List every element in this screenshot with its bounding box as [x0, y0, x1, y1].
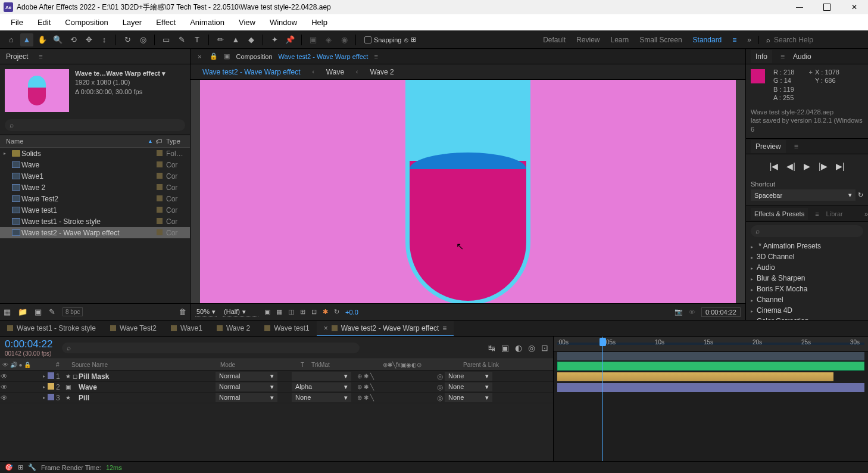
- asset-row[interactable]: Wave1Cor: [0, 170, 190, 182]
- search-help-input[interactable]: [774, 36, 863, 44]
- col-name[interactable]: Name: [6, 138, 148, 145]
- play-icon[interactable]: ▶: [804, 161, 810, 171]
- preview-tab[interactable]: Preview: [751, 140, 786, 153]
- snapping-checkbox[interactable]: [364, 36, 371, 43]
- timeline-tab[interactable]: Wave test1 - Stroke style: [0, 321, 103, 335]
- layer-bar-2[interactable]: [557, 372, 833, 381]
- chevron-left-icon[interactable]: ‹: [313, 69, 314, 75]
- guide-icon[interactable]: ⊡: [311, 308, 317, 316]
- roto-tool-icon[interactable]: ✦: [268, 33, 281, 46]
- asset-row[interactable]: Wave test1Cor: [0, 204, 190, 216]
- asset-row[interactable]: ▸SolidsFol…: [0, 148, 190, 159]
- snap-opt-icon[interactable]: ⎋: [404, 36, 408, 43]
- comp-flowchart-icon[interactable]: ↹: [488, 343, 495, 353]
- hand-tool-icon[interactable]: ✋: [36, 33, 49, 46]
- ws-learn[interactable]: Learn: [611, 36, 629, 44]
- chevron-left-icon[interactable]: ‹: [356, 69, 358, 75]
- asset-row[interactable]: Wave Test2Cor: [0, 193, 190, 204]
- shortcut-dropdown[interactable]: Spacebar▾: [751, 189, 855, 201]
- region-icon[interactable]: ◫: [288, 308, 294, 316]
- menu-animation[interactable]: Animation: [183, 15, 232, 29]
- project-tab[interactable]: Project: [0, 50, 34, 63]
- home-tool-icon[interactable]: ⌂: [5, 33, 18, 46]
- last-frame-icon[interactable]: ▶|: [836, 161, 845, 171]
- frame-blend-icon[interactable]: ◎: [528, 343, 535, 353]
- rotate-tool-icon[interactable]: ↻: [121, 33, 134, 46]
- audio-tab[interactable]: Audio: [793, 52, 811, 61]
- zoom-tool-icon[interactable]: 🔍: [51, 33, 64, 46]
- layer-bar-1[interactable]: [557, 362, 864, 371]
- proj-comp-name[interactable]: Wave te…Wave Warp effect ▾: [75, 69, 185, 78]
- adjust-icon[interactable]: ✎: [49, 307, 55, 316]
- first-frame-icon[interactable]: |◀: [770, 161, 779, 171]
- exposure-value[interactable]: +0.0: [345, 309, 358, 316]
- interpret-footage-icon[interactable]: ▦: [4, 307, 11, 316]
- asset-row[interactable]: Wave test1 - Stroke styleCor: [0, 216, 190, 227]
- snapshot-icon[interactable]: 📷: [675, 308, 683, 316]
- status-icon[interactable]: 🎯: [5, 463, 13, 471]
- res-dropdown[interactable]: (Half)▾: [223, 307, 258, 317]
- ws-standard[interactable]: Standard: [693, 36, 722, 44]
- layer-bar-3[interactable]: [557, 383, 864, 392]
- timeline-tab[interactable]: Wave Test2: [103, 321, 164, 335]
- ws-review[interactable]: Review: [576, 36, 600, 44]
- camera-tool-icon[interactable]: ◎: [136, 33, 149, 46]
- effect-category[interactable]: ▸Channel: [746, 294, 868, 305]
- timeline-search[interactable]: ⌕: [62, 343, 360, 353]
- zoom-dropdown[interactable]: 50%▾: [195, 307, 217, 317]
- panel-menu-icon[interactable]: ≡: [815, 210, 819, 217]
- orbit-tool-icon[interactable]: ⟲: [67, 33, 80, 46]
- overflow-icon[interactable]: »: [864, 210, 868, 217]
- comp-viewer[interactable]: ↖: [191, 80, 745, 303]
- effect-category[interactable]: ▸Blur & Sharpen: [746, 273, 868, 284]
- timeline-tab[interactable]: Wave test1: [257, 321, 317, 335]
- show-snapshot-icon[interactable]: 👁: [689, 309, 695, 316]
- effects-search[interactable]: ⌕: [751, 225, 863, 237]
- ws-smallscreen[interactable]: Small Screen: [639, 36, 682, 44]
- rect-tool-icon[interactable]: ▭: [160, 33, 173, 46]
- ws-default[interactable]: Default: [543, 36, 566, 44]
- ws-menu-icon[interactable]: ≡: [732, 36, 736, 44]
- status-icon2[interactable]: ⊞: [18, 463, 23, 471]
- reset-expo-icon[interactable]: ↻: [334, 308, 339, 316]
- trash-icon[interactable]: 🗑: [179, 307, 186, 316]
- flow-wave[interactable]: Wave: [326, 68, 344, 76]
- next-frame-icon[interactable]: |▶: [819, 161, 828, 171]
- grid-icon[interactable]: ⊞: [300, 308, 305, 316]
- flow-wave2[interactable]: Wave 2: [370, 68, 394, 76]
- layer-row[interactable]: 👁▸1★ ◻Pill MaskNormal▾ ▾⊕ ✱ ╲◎None▾: [0, 371, 553, 382]
- timeline-timecode[interactable]: 0:00:04:22: [5, 338, 52, 350]
- type-tool-icon[interactable]: T: [191, 33, 204, 46]
- draft3d-icon[interactable]: ▣: [501, 343, 509, 353]
- brush-tool-icon[interactable]: ✏: [214, 33, 227, 46]
- close-button[interactable]: ✕: [841, 0, 868, 14]
- effect-category[interactable]: ▸Boris FX Mocha: [746, 284, 868, 294]
- asset-row[interactable]: Wave 2Cor: [0, 182, 190, 193]
- panel-menu-icon[interactable]: ≡: [39, 53, 42, 60]
- snap-grid-icon[interactable]: ⊞: [411, 36, 416, 43]
- menu-help[interactable]: Help: [304, 15, 335, 29]
- layer-row[interactable]: 👁▸2▣WaveNormal▾Alpha▾⊕ ✱ ╲◎None▾: [0, 382, 553, 393]
- playhead[interactable]: [602, 337, 603, 461]
- selection-tool-icon[interactable]: ▲: [20, 33, 33, 46]
- motion-blur-icon[interactable]: ⊡: [541, 343, 548, 353]
- timeline-tab[interactable]: ×Wave test2 - Wave Warp effect ≡: [317, 321, 454, 336]
- panel-menu-icon[interactable]: ≡: [780, 52, 785, 61]
- status-icon3[interactable]: 🔧: [28, 463, 36, 471]
- current-time[interactable]: 0:00:04:22: [701, 307, 741, 317]
- info-tab[interactable]: Info: [751, 50, 772, 63]
- asset-row[interactable]: Wave test2 - Wave Warp effectCor: [0, 227, 190, 238]
- effect-category[interactable]: ▸Audio: [746, 262, 868, 273]
- menu-file[interactable]: File: [4, 15, 30, 29]
- maximize-button[interactable]: [813, 0, 841, 14]
- puppet-tool-icon[interactable]: 📌: [283, 33, 296, 46]
- comp-active-name[interactable]: Wave test2 - Wave Warp effect: [279, 53, 369, 60]
- asset-header[interactable]: Name ▲ 🏷 Type: [0, 135, 190, 148]
- menu-view[interactable]: View: [232, 15, 263, 29]
- timeline-tab[interactable]: Wave1: [164, 321, 210, 335]
- bpc-button[interactable]: 8 bpc: [63, 307, 83, 316]
- col-type[interactable]: Type: [166, 138, 190, 145]
- timeline-graph[interactable]: :00s05s10s15s20s25s30s: [554, 337, 868, 461]
- new-folder-icon[interactable]: 📁: [18, 307, 27, 316]
- asset-row[interactable]: WaveCor: [0, 159, 190, 170]
